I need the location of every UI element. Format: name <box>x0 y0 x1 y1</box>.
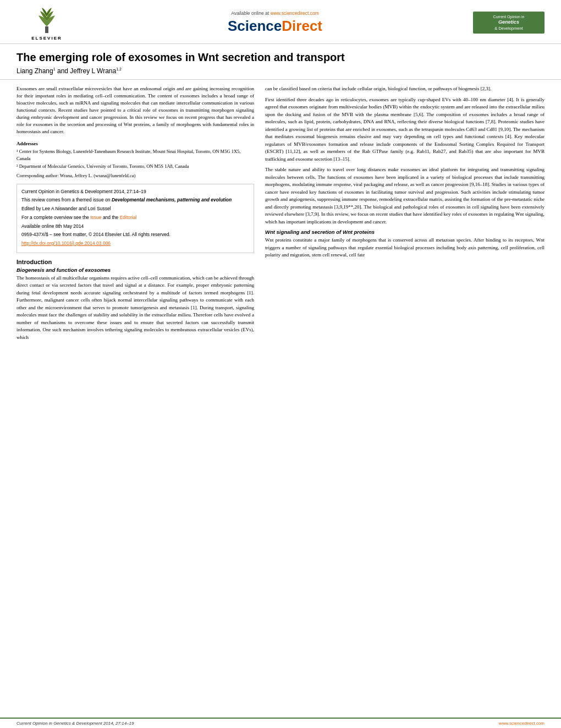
addresses-section: Addresses ¹ Center for Systems Biology, … <box>16 141 254 179</box>
info-available-online: Available online 8th May 2014 <box>21 223 249 230</box>
article-header: The emerging role of exosomes in Wnt sec… <box>0 44 561 80</box>
introduction-heading: Introduction <box>16 259 254 265</box>
wnt-para: Wnt proteins constitute a major family o… <box>265 237 544 259</box>
badge-line1: Current Opinion in <box>477 14 540 19</box>
introduction-body: The homeostasis of all multicellular org… <box>16 275 254 342</box>
info-journal: Current Opinion in Genetics & Developmen… <box>21 188 249 195</box>
header-right: Current Opinion in Genetics & Developmen… <box>473 12 544 34</box>
svg-rect-0 <box>45 26 48 33</box>
page-wrapper: ELSEVIER Available online at www.science… <box>0 0 561 728</box>
author2-sup: 1,2 <box>116 67 122 71</box>
info-edited-by: Edited by Lee A Niswander and Lori Susse… <box>21 205 249 212</box>
website-link[interactable]: www.sciencedirect.com <box>270 10 318 16</box>
elsevier-wordmark: ELSEVIER <box>31 36 62 41</box>
sciencedirect-logo: ScienceDirect <box>77 18 473 35</box>
footer-url: www.sciencedirect.com <box>499 721 544 726</box>
author1-name: Liang Zhang <box>16 67 53 75</box>
and-text: and the <box>102 215 120 220</box>
themed-issue-topic: Developmental mechanisms, patterning and… <box>112 197 232 202</box>
left-column: Exosomes are small extracellular microve… <box>16 85 254 712</box>
abstract-text: Exosomes are small extracellular microve… <box>16 85 254 135</box>
address-2: ² Department of Molecular Genetics, Univ… <box>16 163 254 169</box>
corresponding-author: Corresponding author: Wrana, Jeffrey L. … <box>16 172 254 179</box>
biogenesis-subheading: Biogenesis and function of exosomes <box>16 267 254 273</box>
available-online-text: Available online at www.sciencedirect.co… <box>77 10 473 16</box>
journal-citation: Current Opinion in Genetics & Developmen… <box>21 189 146 194</box>
complete-overview-prefix: For a complete overview see the <box>21 215 90 220</box>
doi-link[interactable]: http://dx.doi.org/10.1016/j.gde.2014.03.… <box>21 240 111 246</box>
badge-line3: & Development <box>494 26 522 31</box>
info-box: Current Opinion in Genetics & Developmen… <box>16 184 254 253</box>
elsevier-logo: ELSEVIER <box>16 4 77 41</box>
addresses-title: Addresses <box>16 141 254 146</box>
info-complete-overview: For a complete overview see the Issue an… <box>21 214 249 221</box>
right-para1: First identified three decades ago in re… <box>265 96 544 163</box>
elsevier-tree-icon <box>30 4 63 35</box>
right-abstract-continuation: can be classified based on criteria that… <box>265 85 544 93</box>
footer-bar: Current Opinion in Genetics & Developmen… <box>0 718 561 728</box>
header-left: ELSEVIER <box>16 4 77 41</box>
badge-journal-name: Genetics <box>498 19 519 25</box>
right-para2: The stable nature and ability to travel … <box>265 166 544 226</box>
header-center: Available online at www.sciencedirect.co… <box>77 10 473 35</box>
address-1: ¹ Center for Systems Biology, Lunenfeld-… <box>16 148 254 162</box>
editorial-link[interactable]: Editorial <box>120 215 137 220</box>
content-area: Exosomes are small extracellular microve… <box>0 80 561 718</box>
info-copyright: 0959-437X/$ – see front matter, © 2014 E… <box>21 231 249 238</box>
wnt-heading: Wnt signaling and secretion of Wnt prote… <box>265 229 544 235</box>
info-themed-issue: This review comes from a themed issue on… <box>21 196 249 204</box>
right-column: can be classified based on criteria that… <box>265 85 544 712</box>
author-and: and Jeffrey L Wrana <box>56 67 117 75</box>
footer-journal-text: Current Opinion in Genetics & Developmen… <box>16 721 134 726</box>
journal-badge: Current Opinion in Genetics & Developmen… <box>473 12 544 34</box>
article-authors: Liang Zhang1 and Jeffrey L Wrana1,2 <box>16 67 544 75</box>
issue-link[interactable]: Issue <box>90 215 101 220</box>
themed-issue-prefix: This review comes from a themed issue on <box>21 197 112 202</box>
info-doi: http://dx.doi.org/10.1016/j.gde.2014.03.… <box>21 240 249 247</box>
article-title: The emerging role of exosomes in Wnt sec… <box>16 51 544 64</box>
page-header: ELSEVIER Available online at www.science… <box>0 0 561 44</box>
